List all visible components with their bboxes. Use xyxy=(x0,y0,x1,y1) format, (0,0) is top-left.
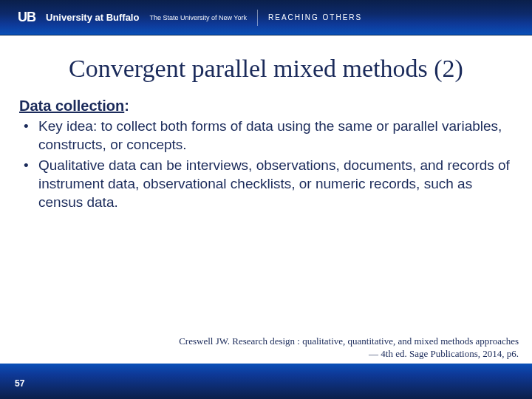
page-number: 57 xyxy=(15,378,24,389)
citation-line-1: Creswell JW. Research design : qualitati… xyxy=(179,335,519,348)
logo-mark: UB xyxy=(13,8,40,27)
section-heading-row: Data collection: xyxy=(19,98,513,115)
university-system: The State University of New York xyxy=(149,14,247,21)
tagline: REACHING OTHERS xyxy=(268,13,362,21)
slide-title: Convergent parallel mixed methods (2) xyxy=(0,55,532,83)
slide-body: Data collection: Key idea: to collect bo… xyxy=(0,83,532,211)
university-name: University at Buffalo xyxy=(46,12,139,23)
section-heading: Data collection xyxy=(19,98,124,114)
section-colon: : xyxy=(124,98,129,114)
list-item: Key idea: to collect both forms of data … xyxy=(19,117,513,154)
citation-line-2: — 4th ed. Sage Publications, 2014, p6. xyxy=(179,348,519,361)
citation: Creswell JW. Research design : qualitati… xyxy=(179,335,519,361)
bullet-list: Key idea: to collect both forms of data … xyxy=(19,117,513,211)
slide-header: UB University at Buffalo The State Unive… xyxy=(0,0,532,35)
list-item: Qualitative data can be interviews, obse… xyxy=(19,157,513,211)
slide-footer: 57 xyxy=(0,364,532,399)
header-divider xyxy=(257,10,258,26)
logo-block: UB University at Buffalo The State Unive… xyxy=(13,8,247,27)
